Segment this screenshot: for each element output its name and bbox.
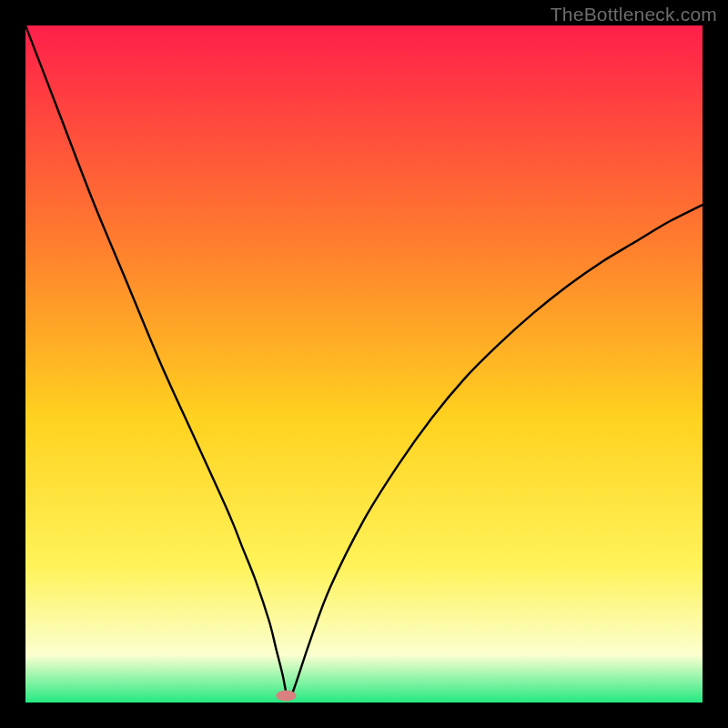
- watermark-text: TheBottleneck.com: [551, 4, 717, 25]
- gradient-background: [25, 25, 703, 703]
- optimum-marker: [276, 691, 296, 702]
- chart-frame: TheBottleneck.com: [0, 0, 728, 728]
- chart-svg: [25, 25, 703, 703]
- plot-area: [25, 25, 703, 703]
